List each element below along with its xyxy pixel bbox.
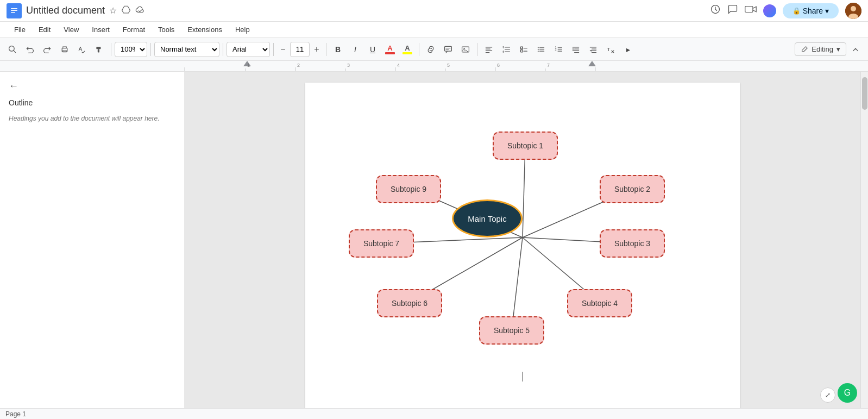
outline-hint: Headings you add to the document will ap… (9, 114, 175, 123)
grammarly-button[interactable]: G (838, 383, 857, 403)
zoom-select[interactable]: 100% (115, 42, 147, 57)
subtopic-9-node[interactable]: Subtopic 9 (376, 175, 441, 203)
align-left-button[interactable] (481, 42, 497, 57)
cloud-icon[interactable] (135, 6, 145, 16)
history-icon[interactable] (710, 4, 721, 17)
numbered-list-button[interactable]: 1. 2. (550, 42, 567, 57)
main-topic-node[interactable]: Main Topic (452, 199, 523, 237)
toolbar-divider-5 (326, 43, 326, 56)
text-style-select[interactable]: Normal text Heading 1 Heading 2 (154, 42, 219, 57)
subtopic-9-label: Subtopic 9 (391, 185, 426, 193)
editing-mode-chevron: ▾ (836, 45, 840, 53)
sidebar-back-button[interactable]: ← (9, 80, 175, 92)
font-size-decrease-button[interactable]: − (277, 42, 289, 57)
decrease-indent-button[interactable] (568, 42, 584, 57)
menu-format[interactable]: Format (117, 23, 150, 36)
clear-formatting-button[interactable]: T (602, 42, 619, 57)
user-avatar[interactable] (845, 3, 861, 19)
menu-view[interactable]: View (58, 23, 84, 36)
svg-rect-14 (445, 46, 452, 51)
document-title[interactable]: Untitled document (26, 5, 105, 16)
menu-edit[interactable]: Edit (33, 23, 56, 36)
menu-insert[interactable]: Insert (86, 23, 115, 36)
italic-button[interactable]: I (347, 42, 363, 57)
google-docs-icon (7, 3, 22, 18)
gemini-icon[interactable] (763, 4, 776, 17)
redo-button[interactable] (39, 42, 55, 57)
svg-text:3: 3 (347, 62, 350, 68)
menu-bar: File Edit View Insert Format Tools Exten… (0, 22, 868, 38)
font-size-increase-button[interactable]: + (311, 42, 323, 57)
meet-icon[interactable] (745, 4, 757, 17)
subtopic-2-label: Subtopic 2 (614, 185, 650, 193)
subtopic-3-node[interactable]: Subtopic 3 (600, 229, 665, 258)
toolbar-divider-2 (150, 43, 151, 56)
svg-text:T: T (607, 46, 611, 52)
more-options-button[interactable]: ▸ (620, 42, 636, 57)
toolbar-divider-7 (477, 43, 477, 56)
bullet-list-button[interactable] (533, 42, 549, 57)
subtopic-5-label: Subtopic 5 (494, 326, 530, 335)
line-spacing-button[interactable] (498, 42, 514, 57)
sidebar: ← Outline Headings you add to the docume… (0, 72, 185, 419)
subtopic-6-label: Subtopic 6 (392, 299, 427, 308)
editing-mode-label: Editing (812, 45, 833, 53)
svg-text:6: 6 (497, 62, 500, 68)
toolbar-divider-6 (419, 43, 419, 56)
print-button[interactable] (56, 42, 73, 57)
svg-rect-2 (11, 10, 17, 11)
font-size-input[interactable] (290, 42, 310, 57)
font-family-select[interactable]: Arial Times New Roman (227, 42, 270, 57)
text-cursor (523, 372, 523, 382)
subtopic-7-node[interactable]: Subtopic 7 (349, 229, 414, 258)
document-page: Main Topic Subtopic 1 Subtopic 2 Subtopi… (305, 83, 740, 409)
undo-button[interactable] (22, 42, 38, 57)
svg-text:4: 4 (397, 62, 400, 68)
collapse-toolbar-button[interactable] (847, 42, 864, 57)
comments-icon[interactable] (727, 4, 738, 17)
subtopic-5-node[interactable]: Subtopic 5 (479, 316, 544, 345)
checklist-button[interactable] (515, 42, 532, 57)
underline-button[interactable]: U (364, 42, 381, 57)
drive-icon[interactable] (121, 5, 131, 17)
spellcheck-button[interactable]: A (74, 42, 90, 57)
menu-tools[interactable]: Tools (153, 23, 180, 36)
paint-format-button[interactable] (91, 42, 108, 57)
search-button[interactable] (4, 42, 21, 57)
expand-button[interactable]: ⤢ (820, 387, 835, 403)
menu-extensions[interactable]: Extensions (182, 23, 228, 36)
bold-button[interactable]: B (330, 42, 346, 57)
subtopic-4-label: Subtopic 4 (582, 299, 618, 308)
share-button[interactable]: 🔒 Share ▾ (783, 3, 839, 18)
svg-text:7: 7 (547, 62, 550, 68)
scrollbar-vertical[interactable] (860, 72, 868, 419)
svg-point-9 (9, 46, 15, 51)
toolbar-divider-1 (111, 43, 111, 56)
subtopic-4-node[interactable]: Subtopic 4 (567, 289, 632, 317)
subtopic-6-node[interactable]: Subtopic 6 (377, 289, 442, 317)
document-area[interactable]: Main Topic Subtopic 1 Subtopic 2 Subtopi… (185, 72, 860, 419)
share-chevron-icon: ▾ (825, 7, 829, 15)
title-action-icons: ☆ (109, 5, 145, 17)
subtopic-1-node[interactable]: Subtopic 1 (493, 132, 558, 160)
insert-image-button[interactable] (457, 42, 474, 57)
subtopic-7-label: Subtopic 7 (363, 239, 399, 248)
subtopic-3-label: Subtopic 3 (614, 239, 650, 248)
subtopic-1-label: Subtopic 1 (507, 141, 543, 150)
star-icon[interactable]: ☆ (109, 5, 117, 16)
svg-rect-27 (0, 61, 868, 72)
outline-title: Outline (9, 98, 175, 107)
text-color-button[interactable]: A (382, 42, 398, 57)
subtopic-2-node[interactable]: Subtopic 2 (600, 175, 665, 203)
insert-link-button[interactable] (423, 42, 439, 57)
insert-comment-button[interactable] (440, 42, 456, 57)
mind-map[interactable]: Main Topic Subtopic 1 Subtopic 2 Subtopi… (332, 104, 713, 376)
editing-mode-selector[interactable]: Editing ▾ (795, 42, 846, 56)
title-right-section: 🔒 Share ▾ (710, 3, 861, 19)
increase-indent-button[interactable] (585, 42, 601, 57)
menu-help[interactable]: Help (230, 23, 255, 36)
svg-point-20 (538, 49, 539, 50)
highlight-color-button[interactable]: A (399, 42, 416, 57)
svg-rect-13 (98, 49, 99, 52)
menu-file[interactable]: File (9, 23, 31, 36)
